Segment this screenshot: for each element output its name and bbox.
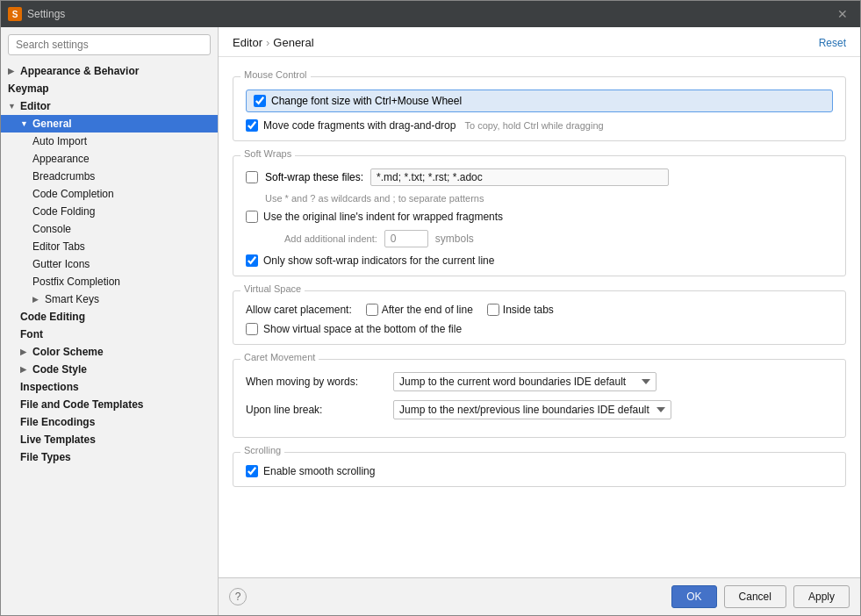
sidebar-item-code-folding[interactable]: Code Folding [1,203,218,220]
drag-drop-checkbox[interactable] [246,119,258,132]
sidebar-item-file-encodings[interactable]: File Encodings [1,413,218,431]
sidebar-item-live-templates[interactable]: Live Templates [1,431,218,448]
sidebar-item-file-types[interactable]: File Types [1,448,218,466]
soft-wraps-border: Soft Wraps Soft-wrap these files: Use * … [233,155,846,276]
inside-tabs-option: Inside tabs [487,304,554,316]
bottom-bar: ? OK Cancel Apply [219,577,860,615]
app-icon: S [8,7,22,21]
settings-window: S Settings ✕ ▶ Appearance & Behavior Key… [0,0,861,616]
moving-words-row: When moving by words: Jump to the curren… [246,372,833,391]
virtual-space-section: Virtual Space Allow caret placement: Aft… [233,290,846,345]
panel-body: Mouse Control Change font size with Ctrl… [219,57,860,577]
additional-indent-row: Add additional indent: symbols [265,230,833,247]
breadcrumb-arrow: › [266,36,269,49]
soft-wrap-indicators-checkbox[interactable] [246,254,258,267]
scrolling-label: Scrolling [240,445,284,455]
show-virtual-space-label: Show virtual space at the bottom of the … [263,323,462,335]
sidebar-item-appearance-behavior[interactable]: ▶ Appearance & Behavior [1,62,218,80]
breadcrumb-current: General [273,36,313,49]
expand-icon-code-style: ▶ [20,365,29,374]
drag-drop-label: Move code fragments with drag-and-drop [263,119,456,132]
line-break-row: Upon line break: Jump to the next/previo… [246,400,833,419]
scrolling-border: Scrolling Enable smooth scrolling [233,452,846,487]
line-break-label: Upon line break: [246,404,386,416]
sidebar-item-general[interactable]: ▼ General [1,115,218,133]
apply-button[interactable]: Apply [793,585,850,608]
caret-movement-section: Caret Movement When moving by words: Jum… [233,359,846,438]
window-title: Settings [27,8,65,20]
sidebar-item-color-scheme[interactable]: ▶ Color Scheme [1,343,218,361]
after-end-label: After the end of line [382,304,473,316]
original-indent-label: Use the original line's indent for wrapp… [263,211,503,223]
sidebar-item-inspections[interactable]: Inspections [1,378,218,396]
sidebar-item-font[interactable]: Font [1,326,218,343]
after-end-checkbox[interactable] [366,304,378,316]
soft-wraps-section: Soft Wraps Soft-wrap these files: Use * … [233,155,846,276]
breadcrumb-parent: Editor [233,36,262,49]
indent-label: Add additional indent: [284,233,377,244]
original-indent-row: Use the original line's indent for wrapp… [246,211,833,223]
sidebar-item-breadcrumbs[interactable]: Breadcrumbs [1,168,218,185]
change-font-size-row: Change font size with Ctrl+Mouse Wheel [246,90,833,112]
indent-input[interactable] [384,230,428,247]
soft-wrap-indicators-row: Only show soft-wrap indicators for the c… [246,254,833,267]
change-font-size-label: Change font size with Ctrl+Mouse Wheel [271,95,462,107]
sidebar-item-gutter-icons[interactable]: Gutter Icons [1,255,218,273]
help-button[interactable]: ? [229,588,247,605]
expand-icon-editor: ▼ [8,102,17,111]
main-content: ▶ Appearance & Behavior Keymap ▼ Editor … [1,27,860,615]
after-end-option: After the end of line [366,304,473,316]
titlebar: S Settings ✕ [1,1,860,27]
sidebar-item-keymap[interactable]: Keymap [1,80,218,97]
show-virtual-space-checkbox[interactable] [246,323,258,335]
virtual-space-border: Virtual Space Allow caret placement: Aft… [233,290,846,345]
sidebar-item-code-editing[interactable]: Code Editing [1,308,218,326]
drag-drop-hint: To copy, hold Ctrl while dragging [464,120,603,131]
sidebar-item-file-code-templates[interactable]: File and Code Templates [1,396,218,413]
mouse-control-border: Mouse Control Change font size with Ctrl… [233,76,846,141]
reset-button[interactable]: Reset [819,37,846,49]
sidebar-item-editor[interactable]: ▼ Editor [1,97,218,115]
soft-wrap-hint: Use * and ? as wildcards and ; to separa… [265,193,833,204]
sidebar-item-console[interactable]: Console [1,220,218,238]
soft-wrap-label: Soft-wrap these files: [265,171,363,183]
sidebar: ▶ Appearance & Behavior Keymap ▼ Editor … [1,27,219,615]
moving-words-label: When moving by words: [246,376,386,388]
smooth-scrolling-label: Enable smooth scrolling [263,465,375,477]
expand-icon-general: ▼ [20,119,29,128]
soft-wrap-files-input[interactable] [370,168,669,186]
sidebar-item-postfix-completion[interactable]: Postfix Completion [1,273,218,290]
cancel-button[interactable]: Cancel [724,585,786,608]
soft-wrap-indicators-label: Only show soft-wrap indicators for the c… [263,254,494,267]
smooth-scrolling-checkbox[interactable] [246,465,258,477]
sidebar-item-editor-tabs[interactable]: Editor Tabs [1,238,218,255]
line-break-select[interactable]: Jump to the next/previous line boundarie… [393,400,671,419]
original-indent-checkbox[interactable] [246,211,258,223]
caret-label: Allow caret placement: [246,304,352,316]
soft-wraps-label: Soft Wraps [240,148,295,159]
sidebar-item-code-style[interactable]: ▶ Code Style [1,361,218,378]
change-font-size-checkbox[interactable] [254,95,266,107]
soft-wrap-checkbox[interactable] [246,171,258,183]
smooth-scrolling-row: Enable smooth scrolling [246,465,833,477]
sidebar-item-code-completion[interactable]: Code Completion [1,185,218,203]
indent-unit: symbols [435,233,474,245]
mouse-control-section: Mouse Control Change font size with Ctrl… [233,76,846,141]
soft-wrap-files-row: Soft-wrap these files: [246,168,833,186]
sidebar-item-auto-import[interactable]: Auto Import [1,133,218,150]
inside-tabs-checkbox[interactable] [487,304,499,316]
virtual-space-label: Virtual Space [240,283,305,294]
drag-drop-row: Move code fragments with drag-and-drop T… [246,119,833,132]
caret-options: After the end of line Inside tabs [366,304,554,316]
titlebar-left: S Settings [8,7,65,21]
show-virtual-space-row: Show virtual space at the bottom of the … [246,323,833,335]
sidebar-item-appearance[interactable]: Appearance [1,150,218,168]
sidebar-item-smart-keys[interactable]: ▶ Smart Keys [1,290,218,308]
ok-button[interactable]: OK [671,585,716,608]
allow-caret-row: Allow caret placement: After the end of … [246,304,833,316]
close-button[interactable]: ✕ [832,5,853,23]
caret-movement-label: Caret Movement [240,352,319,362]
moving-words-select[interactable]: Jump to the current word boundaries IDE … [393,372,657,391]
search-input[interactable] [8,34,211,55]
caret-movement-border: Caret Movement When moving by words: Jum… [233,359,846,438]
